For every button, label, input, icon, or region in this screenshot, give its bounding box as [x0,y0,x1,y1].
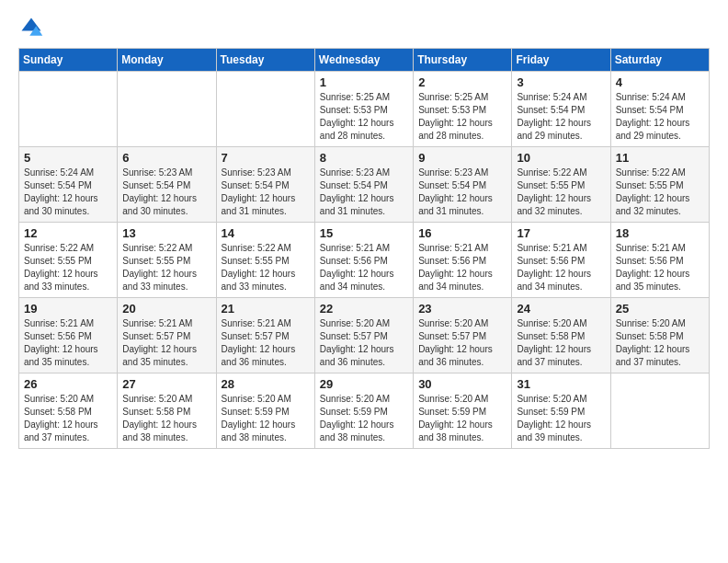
day-info: Sunrise: 5:21 AM Sunset: 5:57 PM Dayligh… [222,317,310,369]
day-number: 16 [418,226,506,240]
calendar-cell: 14Sunrise: 5:22 AM Sunset: 5:55 PM Dayli… [216,223,314,298]
calendar-cell: 10Sunrise: 5:22 AM Sunset: 5:55 PM Dayli… [512,147,610,223]
page: SundayMondayTuesdayWednesdayThursdayFrid… [0,0,728,563]
day-info: Sunrise: 5:20 AM Sunset: 5:58 PM Dayligh… [24,393,112,444]
day-info: Sunrise: 5:24 AM Sunset: 5:54 PM Dayligh… [24,167,112,218]
day-number: 9 [418,151,506,165]
day-number: 29 [320,377,408,391]
day-info: Sunrise: 5:21 AM Sunset: 5:57 PM Dayligh… [122,317,210,369]
day-number: 20 [122,302,210,316]
calendar-cell: 27Sunrise: 5:20 AM Sunset: 5:58 PM Dayli… [118,373,216,449]
calendar-cell: 20Sunrise: 5:21 AM Sunset: 5:57 PM Dayli… [118,298,216,373]
calendar-cell [610,373,709,449]
calendar-cell: 8Sunrise: 5:23 AM Sunset: 5:54 PM Daylig… [314,147,413,223]
calendar-cell: 28Sunrise: 5:20 AM Sunset: 5:59 PM Dayli… [216,373,314,449]
day-info: Sunrise: 5:23 AM Sunset: 5:54 PM Dayligh… [122,167,210,218]
weekday-header-sunday: Sunday [19,49,118,72]
day-info: Sunrise: 5:20 AM Sunset: 5:59 PM Dayligh… [418,393,506,444]
day-number: 27 [122,377,210,391]
calendar-cell: 22Sunrise: 5:20 AM Sunset: 5:57 PM Dayli… [314,298,413,373]
day-number: 22 [320,302,408,316]
calendar-cell: 4Sunrise: 5:24 AM Sunset: 5:54 PM Daylig… [610,72,709,147]
day-number: 14 [222,226,310,240]
weekday-header-monday: Monday [118,49,216,72]
day-number: 6 [122,151,210,165]
day-info: Sunrise: 5:21 AM Sunset: 5:56 PM Dayligh… [24,317,112,369]
weekday-header-friday: Friday [512,49,610,72]
day-number: 18 [616,226,704,240]
day-info: Sunrise: 5:21 AM Sunset: 5:56 PM Dayligh… [320,242,408,293]
day-info: Sunrise: 5:22 AM Sunset: 5:55 PM Dayligh… [122,242,210,293]
day-info: Sunrise: 5:22 AM Sunset: 5:55 PM Dayligh… [24,242,112,293]
day-number: 26 [24,377,112,391]
calendar-header: SundayMondayTuesdayWednesdayThursdayFrid… [19,49,710,72]
day-number: 23 [418,302,506,316]
day-info: Sunrise: 5:20 AM Sunset: 5:58 PM Dayligh… [122,393,210,444]
day-number: 1 [320,75,408,89]
day-info: Sunrise: 5:20 AM Sunset: 5:58 PM Dayligh… [517,317,605,369]
calendar-cell: 6Sunrise: 5:23 AM Sunset: 5:54 PM Daylig… [118,147,216,223]
calendar-cell: 7Sunrise: 5:23 AM Sunset: 5:54 PM Daylig… [216,147,314,223]
calendar-cell: 31Sunrise: 5:20 AM Sunset: 5:59 PM Dayli… [512,373,610,449]
logo-icon [18,15,44,40]
day-info: Sunrise: 5:20 AM Sunset: 5:57 PM Dayligh… [320,317,408,369]
calendar-week-3: 12Sunrise: 5:22 AM Sunset: 5:55 PM Dayli… [19,223,710,298]
weekday-header-thursday: Thursday [414,49,512,72]
day-info: Sunrise: 5:21 AM Sunset: 5:56 PM Dayligh… [616,242,704,293]
calendar-cell: 5Sunrise: 5:24 AM Sunset: 5:54 PM Daylig… [19,147,118,223]
day-number: 4 [616,75,704,89]
calendar-cell: 2Sunrise: 5:25 AM Sunset: 5:53 PM Daylig… [414,72,512,147]
day-info: Sunrise: 5:20 AM Sunset: 5:57 PM Dayligh… [418,317,506,369]
calendar-cell: 29Sunrise: 5:20 AM Sunset: 5:59 PM Dayli… [314,373,413,449]
day-info: Sunrise: 5:20 AM Sunset: 5:59 PM Dayligh… [222,393,310,444]
calendar-week-1: 1Sunrise: 5:25 AM Sunset: 5:53 PM Daylig… [19,72,710,147]
calendar-cell: 16Sunrise: 5:21 AM Sunset: 5:56 PM Dayli… [414,223,512,298]
calendar-cell: 30Sunrise: 5:20 AM Sunset: 5:59 PM Dayli… [414,373,512,449]
logo [18,15,48,40]
calendar-cell: 23Sunrise: 5:20 AM Sunset: 5:57 PM Dayli… [414,298,512,373]
day-number: 28 [222,377,310,391]
calendar-cell: 21Sunrise: 5:21 AM Sunset: 5:57 PM Dayli… [216,298,314,373]
day-number: 11 [616,151,704,165]
day-info: Sunrise: 5:21 AM Sunset: 5:56 PM Dayligh… [517,242,605,293]
day-info: Sunrise: 5:20 AM Sunset: 5:59 PM Dayligh… [517,393,605,444]
day-number: 24 [517,302,605,316]
day-info: Sunrise: 5:24 AM Sunset: 5:54 PM Dayligh… [517,91,605,143]
day-number: 21 [222,302,310,316]
day-info: Sunrise: 5:25 AM Sunset: 5:53 PM Dayligh… [320,91,408,143]
calendar-week-5: 26Sunrise: 5:20 AM Sunset: 5:58 PM Dayli… [19,373,710,449]
day-info: Sunrise: 5:22 AM Sunset: 5:55 PM Dayligh… [616,167,704,218]
day-number: 5 [24,151,112,165]
calendar-week-4: 19Sunrise: 5:21 AM Sunset: 5:56 PM Dayli… [19,298,710,373]
day-info: Sunrise: 5:20 AM Sunset: 5:58 PM Dayligh… [616,317,704,369]
day-info: Sunrise: 5:25 AM Sunset: 5:53 PM Dayligh… [418,91,506,143]
calendar-cell: 3Sunrise: 5:24 AM Sunset: 5:54 PM Daylig… [512,72,610,147]
weekday-header-wednesday: Wednesday [314,49,413,72]
calendar-cell: 1Sunrise: 5:25 AM Sunset: 5:53 PM Daylig… [314,72,413,147]
day-number: 30 [418,377,506,391]
calendar-cell: 15Sunrise: 5:21 AM Sunset: 5:56 PM Dayli… [314,223,413,298]
day-number: 13 [122,226,210,240]
day-number: 12 [24,226,112,240]
weekday-header-tuesday: Tuesday [216,49,314,72]
calendar-cell: 11Sunrise: 5:22 AM Sunset: 5:55 PM Dayli… [610,147,709,223]
header [18,15,710,40]
day-number: 17 [517,226,605,240]
day-number: 7 [222,151,310,165]
day-info: Sunrise: 5:23 AM Sunset: 5:54 PM Dayligh… [320,167,408,218]
weekday-row: SundayMondayTuesdayWednesdayThursdayFrid… [19,49,710,72]
day-info: Sunrise: 5:22 AM Sunset: 5:55 PM Dayligh… [517,167,605,218]
calendar-week-2: 5Sunrise: 5:24 AM Sunset: 5:54 PM Daylig… [19,147,710,223]
day-number: 10 [517,151,605,165]
day-info: Sunrise: 5:23 AM Sunset: 5:54 PM Dayligh… [222,167,310,218]
day-info: Sunrise: 5:23 AM Sunset: 5:54 PM Dayligh… [418,167,506,218]
day-number: 8 [320,151,408,165]
calendar-cell: 18Sunrise: 5:21 AM Sunset: 5:56 PM Dayli… [610,223,709,298]
calendar-cell [216,72,314,147]
calendar-cell: 19Sunrise: 5:21 AM Sunset: 5:56 PM Dayli… [19,298,118,373]
calendar-cell: 24Sunrise: 5:20 AM Sunset: 5:58 PM Dayli… [512,298,610,373]
calendar-cell [19,72,118,147]
day-info: Sunrise: 5:22 AM Sunset: 5:55 PM Dayligh… [222,242,310,293]
day-info: Sunrise: 5:24 AM Sunset: 5:54 PM Dayligh… [616,91,704,143]
day-number: 31 [517,377,605,391]
